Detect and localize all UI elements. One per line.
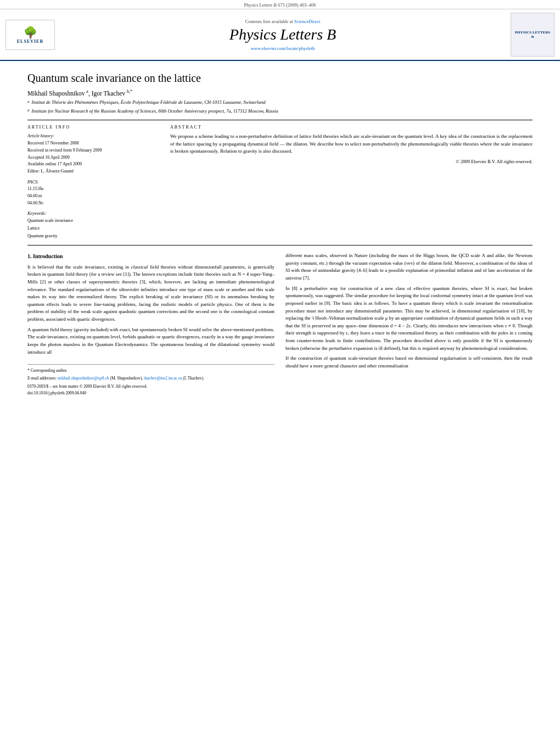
elsevier-logo: 🌳 ELSEVIER xyxy=(5,20,55,50)
elsevier-banner: 🌳 ELSEVIER Contents lists available at S… xyxy=(0,9,560,61)
right-column: different mass scales, observed in Natur… xyxy=(285,252,533,397)
keywords-values: Quantum scale invariance Lattice Quantum… xyxy=(27,217,159,239)
pacs-section: PACS: 11.15.Ha 04.60.m 04.60.Nc xyxy=(27,180,159,207)
journal-badge: PHYSICS LETTERS B xyxy=(511,13,555,57)
abstract-copyright: © 2009 Elsevier B.V. All rights reserved… xyxy=(170,159,533,164)
abstract-text: We propose a scheme leading to a non-per… xyxy=(170,133,533,155)
keyword-1: Quantum scale invariance xyxy=(27,217,159,225)
affiliation-b: b Institute for Nuclear Research of the … xyxy=(27,108,533,116)
abstract-heading: ABSTRACT xyxy=(170,125,533,130)
corresponding-author-note: * Corresponding author. xyxy=(27,367,275,374)
left-column: 1. Introduction It is believed that the … xyxy=(27,252,275,397)
elsevier-wordmark: ELSEVIER xyxy=(17,39,43,44)
doi-link[interactable]: doi:10.1016/j.physletb.2009.04.040 xyxy=(27,390,86,395)
bottom-copyright-block: 0370-2693/$ – see front matter © 2009 El… xyxy=(27,383,275,396)
right-paragraph-1: different mass scales, observed in Natur… xyxy=(285,252,533,282)
keywords-section: Keywords: Quantum scale invariance Latti… xyxy=(27,211,159,239)
authors: Mikhail Shaposhnikov a, Igor Tkachev b,* xyxy=(27,89,533,97)
keywords-heading: Keywords: xyxy=(27,211,159,216)
keyword-3: Quantum gravity xyxy=(27,232,159,240)
affiliation-a: a Institut de Théorie des Phénomènes Phy… xyxy=(27,99,533,107)
pacs-2: 04.60.m xyxy=(27,193,159,200)
separator-2 xyxy=(27,245,533,246)
accepted-date: Accepted 16 April 2009 xyxy=(27,154,159,161)
price-info: 0370-2693/$ – see front matter © 2009 El… xyxy=(27,383,275,390)
authors-text: Mikhail Shaposhnikov a, Igor Tkachev b,* xyxy=(27,90,132,97)
available-date: Available online 17 April 2009 xyxy=(27,161,159,168)
right-paragraph-3: If the construction of quantum scale-inv… xyxy=(285,355,533,370)
tree-icon: 🌳 xyxy=(24,26,37,39)
introduction-heading: 1. Introduction xyxy=(27,252,275,261)
doi-line: doi:10.1016/j.physletb.2009.04.040 xyxy=(27,390,275,397)
received-revised-date: Received in revised form 9 February 2009 xyxy=(27,147,159,154)
email-1-link[interactable]: mikhail.shaposhnikov@epfl.ch xyxy=(58,376,109,381)
journal-top-bar: Physics Letters B 675 (2009) 403–406 xyxy=(0,0,560,9)
pacs-3: 04.60.Nc xyxy=(27,200,159,207)
received-date: Received 17 November 2008 xyxy=(27,140,159,147)
article-info-heading: ARTICLE INFO xyxy=(27,125,159,130)
email-2-link[interactable]: tkachev@ms2.inr.ac.ru xyxy=(144,376,182,381)
intro-paragraph-2: A quantum field theory (gravity included… xyxy=(27,326,275,356)
article-footer: * Corresponding author. E-mail addresses… xyxy=(27,364,275,397)
editor-info: Editor: L. Álvarez-Gaumé xyxy=(27,168,159,175)
abstract-section: ABSTRACT We propose a scheme leading to … xyxy=(170,125,533,239)
journal-url[interactable]: www.elsevier.com/locate/physletb xyxy=(60,46,505,51)
pacs-heading: PACS: xyxy=(27,180,159,185)
contents-line: Contents lists available at ScienceDirec… xyxy=(60,19,505,24)
pacs-1: 11.15.Ha xyxy=(27,186,159,193)
email-line: E-mail addresses: mikhail.shaposhnikov@e… xyxy=(27,375,275,382)
affiliations: a Institut de Théorie des Phénomènes Phy… xyxy=(27,99,533,115)
article-history: Article history: Received 17 November 20… xyxy=(27,133,159,175)
journal-citation: Physics Letters B 675 (2009) 403–406 xyxy=(244,2,316,8)
pacs-values: 11.15.Ha 04.60.m 04.60.Nc xyxy=(27,186,159,207)
article-info-column: ARTICLE INFO Article history: Received 1… xyxy=(27,125,159,239)
journal-name: Physics Letters B xyxy=(60,26,505,43)
intro-paragraph-1: It is believed that the scale invariance… xyxy=(27,264,275,323)
article-container: Quantum scale invariance on the lattice … xyxy=(0,61,560,408)
history-label: Article history: xyxy=(27,133,159,140)
sciencedirect-link[interactable]: ScienceDirect xyxy=(294,19,321,24)
article-title: Quantum scale invariance on the lattice xyxy=(27,69,533,85)
separator-1 xyxy=(27,120,533,120)
right-paragraph-2: In [8] a perturbative way for constructi… xyxy=(285,285,533,353)
body-columns: 1. Introduction It is believed that the … xyxy=(27,252,533,397)
banner-center: Contents lists available at ScienceDirec… xyxy=(60,19,505,51)
info-abstract-section: ARTICLE INFO Article history: Received 1… xyxy=(27,125,533,239)
keyword-2: Lattice xyxy=(27,225,159,232)
